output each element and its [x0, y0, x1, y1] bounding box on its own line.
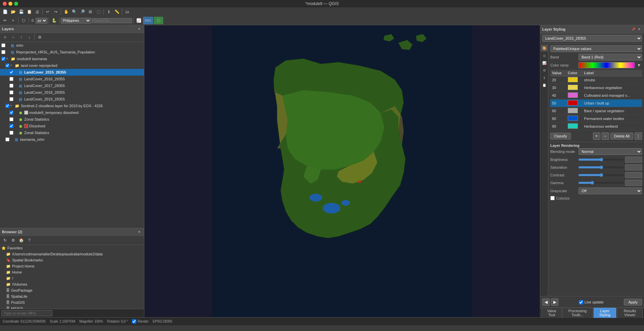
browser-item[interactable]: 📁/ — [0, 275, 144, 281]
search-input[interactable] — [92, 18, 132, 23]
layer-item[interactable]: ▾📁Sentinel-2 cloudless layer for 2019 by… — [0, 102, 144, 109]
digitize-button[interactable]: ⬡ — [20, 17, 27, 24]
layer-item[interactable]: ▦LandCover_2015_28355 — [0, 69, 144, 76]
layer-item[interactable]: ▦tasmania_srtm — [0, 136, 144, 143]
grayscale-select[interactable]: Off — [579, 188, 642, 194]
layer-item[interactable]: ◼Zonal Statistics — [0, 129, 144, 136]
table-row[interactable]: 60 Bare / sparse vegetation — [550, 107, 642, 115]
map-area[interactable] — [144, 25, 540, 317]
zoom-out-button[interactable]: 🔎 — [79, 8, 86, 15]
table-row[interactable]: 40 Cultivated and managed v... — [550, 92, 642, 99]
style-tab-metadata[interactable]: ℹ — [541, 74, 548, 81]
layer-checkbox[interactable] — [9, 111, 13, 115]
live-update-checkbox[interactable] — [579, 300, 583, 304]
brightness-input[interactable]: 0 — [625, 157, 642, 163]
layer-checkbox[interactable] — [1, 43, 5, 47]
layer-item[interactable]: ▾📁module9 tasmania — [0, 55, 144, 62]
zoom-in-button[interactable]: 🔍 — [71, 8, 78, 15]
styling-close-btn[interactable]: ✕ — [637, 27, 642, 32]
add-class-btn[interactable]: + — [593, 132, 600, 140]
locator-input[interactable] — [1, 310, 52, 316]
delete-class-btn[interactable]: − — [602, 132, 609, 140]
contrast-input[interactable]: 0 — [625, 172, 642, 178]
bottom-tab-layer-styling[interactable]: Layer Styling — [593, 307, 616, 318]
layer-checkbox[interactable] — [9, 77, 13, 81]
add-layer-btn[interactable]: + — [1, 34, 9, 41]
nav-back-btn[interactable]: ◀ — [542, 298, 550, 306]
table-row[interactable]: 80 Permanent water bodies — [550, 115, 642, 123]
browser-item[interactable]: 🗄SpatiaLite — [0, 293, 144, 299]
table-row[interactable]: 90 Herbaceous wetland — [550, 123, 642, 130]
gamma-slider[interactable] — [579, 182, 624, 184]
cell-color[interactable] — [566, 123, 583, 130]
bottom-tab-value-tool[interactable]: Value Tool — [542, 307, 562, 318]
layer-checkbox[interactable] — [5, 137, 9, 141]
layer-checkbox[interactable] — [9, 131, 13, 135]
browser-item[interactable]: 🗄PostGIS — [0, 299, 144, 305]
browser-refresh-btn[interactable]: ↻ — [1, 237, 9, 244]
zoom-full-button[interactable]: ⊞ — [87, 8, 94, 15]
cell-color[interactable] — [566, 84, 583, 92]
style-tab-rendering[interactable]: ⚙ — [541, 67, 548, 74]
layer-checkbox[interactable] — [1, 57, 5, 61]
identify-button[interactable]: ℹ — [105, 8, 112, 15]
filter-layers-btn[interactable]: ⚙ — [36, 34, 43, 41]
chart-button[interactable]: 📈 — [135, 17, 142, 24]
layer-checkbox[interactable] — [5, 64, 9, 68]
close-button[interactable] — [3, 2, 7, 6]
cell-color[interactable] — [566, 99, 583, 107]
unit-select[interactable]: px — [36, 18, 47, 24]
new-project-button[interactable]: 📄 — [1, 8, 9, 15]
blending-mode-select[interactable]: Normal — [579, 148, 642, 155]
edit-button[interactable]: ✏ — [1, 17, 9, 24]
layer-item[interactable]: ◼module9_temporary dissolved — [0, 109, 144, 116]
add-feature-button[interactable]: + — [9, 17, 17, 24]
style-tab-histogram[interactable]: 📊 — [541, 59, 548, 66]
table-row[interactable]: 20 shrubs — [550, 76, 642, 84]
layer-item[interactable]: ◼Zonal Statistics — [0, 116, 144, 123]
open-project-button[interactable]: 📂 — [9, 8, 17, 15]
styling-pin-btn[interactable]: 📌 — [631, 27, 636, 32]
table-row[interactable]: 30 Herbaceous vegetation — [550, 84, 642, 92]
browser-item[interactable]: 📁Project Home — [0, 263, 144, 269]
layer-item[interactable]: ▦srtm — [0, 42, 144, 49]
table-row[interactable]: 50 Urban / built up — [550, 99, 642, 107]
layers-button[interactable]: 🗂 — [124, 8, 131, 15]
layer-checkbox[interactable] — [9, 117, 13, 121]
contrast-slider[interactable] — [579, 174, 624, 176]
edc-button[interactable]: EDC — [143, 17, 153, 24]
classify-button[interactable]: Classify — [550, 133, 571, 139]
move-up-btn[interactable]: ↑ — [17, 34, 25, 41]
maximize-button[interactable] — [14, 2, 18, 6]
render-checkbox[interactable] — [132, 319, 136, 324]
remove-layer-btn[interactable]: − — [9, 34, 17, 41]
colorize-checkbox[interactable] — [550, 196, 555, 200]
cell-color[interactable] — [566, 115, 583, 123]
browser-item[interactable]: 📁/Users/codrinamariailie/Desktop/austral… — [0, 251, 144, 257]
more-options-btn[interactable]: ⋮ — [635, 132, 642, 140]
expand-icon[interactable]: ▾ — [10, 104, 14, 108]
delete-all-button[interactable]: Delete All — [610, 133, 633, 139]
saturation-slider[interactable] — [579, 166, 624, 168]
layer-checkbox[interactable] — [9, 84, 13, 88]
select-button[interactable]: ⬚ — [95, 8, 102, 15]
color-ramp-dropdown[interactable]: ▼ — [636, 62, 642, 68]
browser-item[interactable]: 🗄GeoPackage — [0, 287, 144, 293]
layer-name-select[interactable]: LandCover_2015_28355 — [542, 35, 642, 42]
nav-fwd-btn[interactable]: ▶ — [551, 298, 558, 306]
layer-item[interactable]: ▦Reprojected_HRSL_AUS_Tasmania_Populatio… — [0, 49, 144, 55]
cell-color[interactable] — [566, 92, 583, 99]
layer-checkbox[interactable] — [5, 104, 9, 108]
browser-filter-btn[interactable]: ⚙ — [9, 237, 17, 244]
print-button[interactable]: 🖨 — [34, 8, 41, 15]
qgis-button[interactable]: ⬡ — [154, 17, 163, 24]
layers-close-btn[interactable]: ✕ — [137, 26, 142, 32]
browser-item[interactable]: 📁/Volumes — [0, 281, 144, 287]
gamma-input[interactable]: 1,00 — [625, 180, 642, 186]
style-tab-renderer[interactable]: 🎨 — [541, 45, 548, 51]
saturation-input[interactable]: 0 — [625, 164, 642, 170]
browser-close-btn[interactable]: ✕ — [137, 229, 142, 235]
layer-item[interactable]: ▦LandCover_2017_28355 — [0, 82, 144, 89]
color-ramp-preview[interactable] — [579, 62, 635, 68]
save-project-button[interactable]: 💾 — [17, 8, 25, 15]
